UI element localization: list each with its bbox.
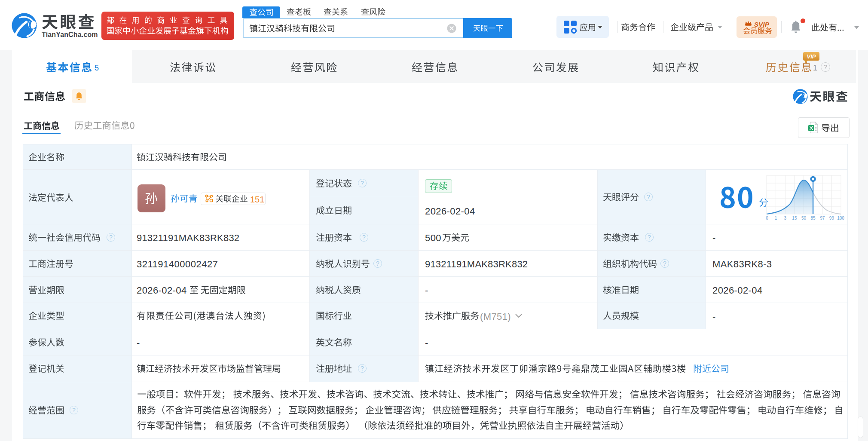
svg-text:99: 99 <box>829 216 834 220</box>
svg-text:85: 85 <box>811 216 816 220</box>
svg-text:1: 1 <box>775 216 777 220</box>
svg-text:100: 100 <box>837 216 844 220</box>
svg-text:15: 15 <box>792 216 797 220</box>
svg-text:VIP: VIP <box>807 53 816 60</box>
svg-text:0: 0 <box>766 216 768 220</box>
svg-text:3: 3 <box>784 216 787 220</box>
svg-text:97: 97 <box>820 216 825 220</box>
svg-text:50: 50 <box>801 216 807 220</box>
